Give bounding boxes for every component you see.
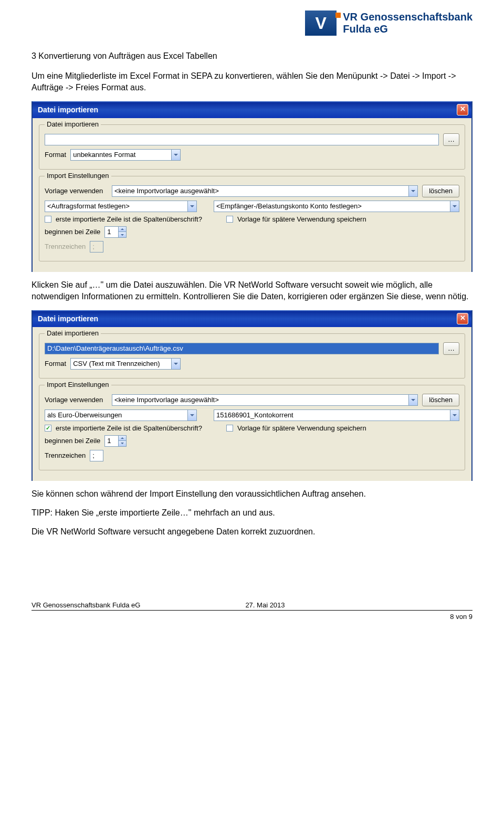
paragraph-1: Um eine Mitgliederliste im Excel Format … xyxy=(32,70,472,94)
titlebar: Datei importieren ✕ xyxy=(33,101,471,118)
separator-input: ; xyxy=(90,241,103,253)
first-row-label: erste importierte Zeile ist die Spaltenü… xyxy=(56,215,202,223)
begin-row-spinner[interactable]: 1 xyxy=(104,435,127,447)
fieldset-legend: Import Einstellungen xyxy=(45,172,111,180)
save-template-label: Vorlage für spätere Verwendung speichern xyxy=(237,424,366,432)
template-label: Vorlage verwenden xyxy=(45,187,108,195)
logo-line1: VR Genossenschaftsbank xyxy=(343,11,472,23)
chevron-down-icon xyxy=(187,410,196,421)
close-button[interactable]: ✕ xyxy=(457,104,468,115)
logo-line2: Fulda eG xyxy=(343,23,472,35)
fieldset-legend: Datei importieren xyxy=(45,120,101,128)
format-label: Format xyxy=(45,151,66,159)
separator-label: Trennzeichen xyxy=(45,451,86,459)
header-logo: V VR Genossenschaftsbank Fulda eG xyxy=(32,10,472,36)
delete-template-button[interactable]: löschen xyxy=(422,394,459,406)
order-format-combo[interactable]: <Auftragsformat festlegen> xyxy=(45,201,197,212)
format-combo[interactable]: CSV (Text mit Trennzeichen) xyxy=(70,358,181,370)
paragraph-4: TIPP: Haken Sie „erste importierte Zeile… xyxy=(32,507,472,519)
browse-button[interactable]: … xyxy=(443,133,459,146)
begin-row-label: beginnen bei Zeile xyxy=(45,228,100,236)
format-label: Format xyxy=(45,360,66,367)
logo-orange-square xyxy=(335,13,341,18)
first-row-header-checkbox[interactable] xyxy=(45,425,51,432)
titlebar: Datei importieren ✕ xyxy=(33,310,471,327)
order-format-combo[interactable]: als Euro-Überweisungen xyxy=(45,409,197,421)
page-number: 8 von 9 xyxy=(32,613,472,621)
logo-v-letter: V xyxy=(316,14,327,33)
chevron-down-icon xyxy=(171,359,180,369)
import-dialog-1: Datei importieren ✕ Datei importieren … … xyxy=(32,101,472,272)
chevron-down-icon xyxy=(408,395,417,405)
begin-row-spinner[interactable]: 1 xyxy=(104,226,127,238)
chevron-down-icon xyxy=(450,410,459,421)
file-path-input[interactable]: D:\Daten\Datenträgeraustausch\Aufträge.c… xyxy=(45,343,439,354)
browse-button[interactable]: … xyxy=(443,342,459,355)
footer-right: 27. Mai 2013 xyxy=(245,601,285,609)
fieldset-file-import: Datei importieren D:\Daten\Datenträgerau… xyxy=(39,333,465,379)
dialog-title: Datei importieren xyxy=(38,106,98,114)
account-combo[interactable]: <Empfänger-/Belastungskonto Konto festle… xyxy=(214,201,459,212)
paragraph-5: Die VR NetWorld Software versucht angege… xyxy=(32,526,472,538)
first-row-label: erste importierte Zeile ist die Spaltenü… xyxy=(56,424,202,432)
import-dialog-2: Datei importieren ✕ Datei importieren D:… xyxy=(32,310,472,481)
separator-input[interactable]: ; xyxy=(90,450,103,461)
close-button[interactable]: ✕ xyxy=(457,313,468,324)
save-template-checkbox[interactable] xyxy=(226,425,233,432)
fieldset-import-settings: Import Einstellungen Vorlage verwenden <… xyxy=(39,176,465,261)
template-combo[interactable]: <keine Importvorlage ausgewählt> xyxy=(112,185,418,197)
page-heading: 3 Konvertierung von Aufträgen aus Excel … xyxy=(32,51,472,61)
logo-text: VR Genossenschaftsbank Fulda eG xyxy=(343,11,472,35)
chevron-down-icon xyxy=(187,201,196,212)
chevron-down-icon xyxy=(408,186,417,196)
account-combo[interactable]: 151686901_Kontokorrent xyxy=(214,409,459,421)
delete-template-button[interactable]: löschen xyxy=(422,185,459,197)
template-combo[interactable]: <keine Importvorlage ausgewählt> xyxy=(112,394,418,406)
format-combo[interactable]: unbekanntes Format xyxy=(70,149,181,161)
file-path-input[interactable] xyxy=(45,134,439,145)
chevron-down-icon xyxy=(171,150,180,160)
fieldset-legend: Datei importieren xyxy=(45,329,101,337)
paragraph-3: Sie können schon während der Import Eins… xyxy=(32,488,472,500)
fieldset-import-settings: Import Einstellungen Vorlage verwenden <… xyxy=(39,385,465,470)
save-template-label: Vorlage für spätere Verwendung speichern xyxy=(237,215,366,223)
footer-left: VR Genossenschaftsbank Fulda eG xyxy=(32,601,140,609)
dialog-title: Datei importieren xyxy=(38,314,98,323)
page-footer: VR Genossenschaftsbank Fulda eG 27. Mai … xyxy=(32,601,472,611)
paragraph-2: Klicken Sie auf „…" um die Datei auszuwä… xyxy=(32,279,472,303)
fieldset-legend: Import Einstellungen xyxy=(45,381,111,388)
first-row-header-checkbox[interactable] xyxy=(45,216,51,223)
template-label: Vorlage verwenden xyxy=(45,396,108,404)
vr-logo-icon: V xyxy=(305,10,337,36)
fieldset-file-import: Datei importieren … Format unbekanntes F… xyxy=(39,124,465,170)
begin-row-label: beginnen bei Zeile xyxy=(45,437,100,445)
save-template-checkbox[interactable] xyxy=(226,216,233,223)
separator-label: Trennzeichen xyxy=(45,243,86,250)
chevron-down-icon xyxy=(450,201,459,212)
